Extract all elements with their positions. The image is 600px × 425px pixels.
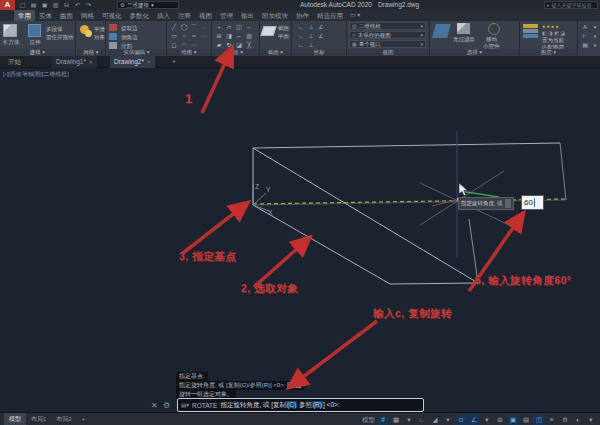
ucs-z-icon[interactable]: ∠ (316, 23, 326, 31)
view-dropdown[interactable]: ◇ 未保存的视图 ▾ (349, 31, 426, 39)
smooth-label-1[interactable]: 平滑 (94, 26, 105, 32)
grid-toggle-icon[interactable]: # (377, 414, 389, 425)
panel-label-solid-editing[interactable]: 实体编辑 ▾ (107, 49, 166, 56)
customize-list-icon[interactable]: ≡ (546, 414, 558, 425)
save-icon[interactable]: ▣ (40, 1, 49, 9)
dynamic-input-toggle-icon[interactable]: ⊞ (494, 414, 506, 425)
tab-featured-apps[interactable]: 精选应用 (313, 10, 347, 21)
osnap-toggle-icon[interactable]: ⊙ (455, 414, 467, 425)
tab-home[interactable]: 常用 (14, 10, 35, 21)
point-icon[interactable]: · (199, 23, 209, 31)
help-search-input[interactable]: ▸ 键入关键字或短语 (544, 1, 598, 9)
section-plane-icon[interactable] (260, 26, 276, 36)
chevron-down-icon[interactable]: ▾ (585, 414, 597, 425)
panel-label-modify[interactable]: 修改 ▾ (212, 49, 259, 56)
save-as-icon[interactable]: ▥ (51, 1, 60, 9)
tab-visualize[interactable]: 可视化 (98, 10, 126, 21)
spline-icon[interactable]: ≈ (189, 32, 199, 40)
tab-start[interactable]: 开始 (4, 56, 25, 68)
chevron-down-icon[interactable]: ▾ (442, 414, 454, 425)
tab-parametric[interactable]: 参数化 (126, 10, 154, 21)
plot-icon[interactable]: ⊟ (62, 1, 71, 9)
ucs-world-icon[interactable]: ⊥ (306, 23, 316, 31)
recent-commands-icon[interactable]: ▤▾ (181, 402, 189, 408)
smooth-label-2[interactable]: 对象 (94, 34, 105, 40)
app-logo[interactable]: A (0, 0, 15, 10)
keyword-copy[interactable]: (C) (286, 401, 297, 408)
tab-output[interactable]: 输出 (237, 10, 258, 21)
command-line-input[interactable]: ▤▾ ROTATE 指定旋转角度, 或 [复制(C) 参照(R)] <0>: (177, 398, 424, 412)
open-icon[interactable]: ▤ (29, 1, 38, 9)
ucs-face-icon[interactable]: ⊥ (306, 32, 316, 40)
tab-manage[interactable]: 管理 (216, 10, 237, 21)
box-tool-icon[interactable] (3, 24, 17, 37)
filter-icon[interactable] (457, 23, 470, 34)
fillet-icon[interactable]: ▥ (244, 32, 254, 40)
close-icon[interactable]: × (89, 56, 93, 68)
workspace-selector[interactable]: ⚙ 三维建模 ▾ (117, 1, 179, 9)
annotation-scale-icon[interactable]: ◫ (533, 414, 545, 425)
tab-annotate[interactable]: 注释 (174, 10, 195, 21)
panel-label-view[interactable]: 视图 (347, 49, 429, 56)
layer-bulb-icons[interactable]: ● ● ● ● (542, 23, 558, 29)
subtract-icon[interactable] (109, 33, 117, 40)
redo-icon[interactable]: ↷ (84, 1, 93, 9)
new-icon[interactable]: ▢ (18, 1, 27, 9)
hatch-icon[interactable]: ⋯ (199, 32, 209, 40)
selection-cycling-icon[interactable]: ▣ (507, 414, 519, 425)
layout2-tab[interactable]: 布局2 (51, 413, 76, 425)
rotate-icon[interactable]: ↻ (224, 41, 234, 49)
extrude-tool-icon[interactable] (28, 24, 41, 37)
layer-state-icons[interactable]: ◧ ◨ ◩ ◪ (542, 30, 565, 36)
stretch-icon[interactable]: ◫ (234, 23, 244, 31)
close-icon[interactable]: × (147, 56, 151, 68)
ucs-origin-icon[interactable]: ∟ (296, 32, 306, 40)
text-tool-icon[interactable]: A (580, 23, 590, 31)
panel-label-modeling[interactable]: 建模 ▾ (0, 49, 75, 56)
snap-toggle-icon[interactable]: ▦ (390, 414, 402, 425)
panel-label-layers[interactable]: 图层 ▾ (520, 49, 577, 56)
ucs-object-icon[interactable]: ∟ (296, 41, 306, 49)
ucs-view-icon[interactable]: ∠ (316, 32, 326, 40)
mirror-icon[interactable]: ↔ (244, 23, 254, 31)
trim-icon[interactable]: ⌐ (234, 32, 244, 40)
fillet-edge-label[interactable]: 倒角边 (121, 34, 138, 40)
presspull-label[interactable]: 按住并拖动 (46, 34, 74, 40)
isodraft-toggle-icon[interactable]: ◢ (429, 414, 441, 425)
new-drawing-button[interactable]: + (168, 56, 180, 68)
tab-mesh[interactable]: 网格 (77, 10, 98, 21)
no-filter-label[interactable]: 无过滤器 (453, 36, 475, 42)
tab-drawing1[interactable]: Drawing1*× (52, 56, 97, 68)
ellipse-icon[interactable]: ○ (179, 32, 189, 40)
tab-drawing2[interactable]: Drawing2*× (110, 56, 155, 68)
extrude-tool-label[interactable]: 拉伸 (27, 39, 43, 45)
polar-toggle-icon[interactable]: ∠ (468, 414, 480, 425)
box-tool-label[interactable]: 长方体 (0, 39, 22, 45)
ucs-previous-icon[interactable]: ⊥ (306, 41, 316, 49)
make-current-label[interactable]: 置为当前 (542, 37, 564, 43)
tab-solid[interactable]: 实体 (35, 10, 56, 21)
line-icon[interactable]: ╱ (169, 23, 179, 31)
panel-label-selection[interactable]: 选择 ▾ (430, 49, 519, 56)
lasso-select-icon[interactable] (432, 24, 451, 38)
panel-label-coordinates[interactable]: 坐标 (292, 49, 346, 56)
union-icon[interactable] (109, 24, 117, 31)
copy-icon[interactable]: ▱ (224, 23, 234, 31)
polysolid-label[interactable]: 多段体 (46, 26, 63, 32)
layer-properties-icon[interactable] (523, 24, 538, 28)
arc-icon[interactable]: ⌒ (189, 23, 199, 31)
chevron-down-icon[interactable]: ▾ (481, 414, 493, 425)
tab-view[interactable]: 视图 (195, 10, 216, 21)
keyword-reference[interactable]: (R) (312, 401, 323, 408)
offset-icon[interactable]: ◨ (224, 32, 234, 40)
section-label-1[interactable]: 截面 (278, 25, 289, 31)
table-tool-icon[interactable]: ▤ (580, 41, 590, 49)
drawing-canvas[interactable] (0, 68, 600, 412)
visual-style-dropdown[interactable]: ▨ 二维线框 ▾ (349, 22, 426, 30)
move-icon[interactable]: + (214, 23, 224, 31)
close-icon[interactable]: ✕ (151, 401, 158, 410)
customize-icon[interactable]: ⚙ (163, 401, 170, 410)
scale-icon[interactable]: ▰ (214, 41, 224, 49)
erase-icon[interactable]: ╳ (244, 41, 254, 49)
panel-label-mesh[interactable]: 网格 ▾ (77, 49, 105, 56)
